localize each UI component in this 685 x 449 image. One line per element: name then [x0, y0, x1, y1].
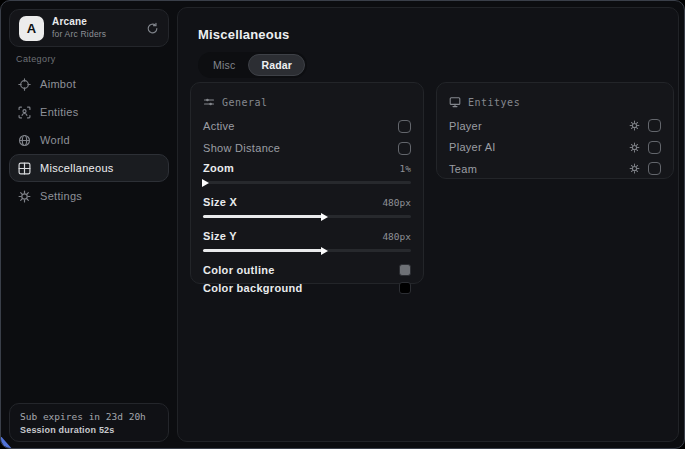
player-ai-checkbox[interactable]	[648, 141, 661, 154]
sidebar-nav: Aimbot Entities World	[9, 70, 169, 210]
app-title: Arcane	[52, 16, 106, 29]
color-outline-swatch[interactable]	[399, 264, 411, 276]
color-background-label: Color background	[203, 282, 303, 294]
sidebar-item-label: Entities	[40, 106, 78, 118]
general-panel: General Active Show Distance Zoom 1% Siz…	[190, 82, 424, 284]
sidebar-item-label: Aimbot	[40, 78, 76, 90]
sub-expires-text: Sub expires in 23d 20h	[20, 411, 158, 422]
tab-misc[interactable]: Misc	[200, 54, 248, 76]
color-background-row: Color background	[203, 279, 411, 297]
zoom-slider-thumb[interactable]	[202, 179, 209, 187]
main-panel: Miscellaneous Misc Radar General Active …	[177, 7, 679, 442]
size-x-slider[interactable]	[203, 215, 411, 218]
sidebar-item-aimbot[interactable]: Aimbot	[9, 70, 169, 98]
entity-row-team: Team	[449, 158, 661, 180]
sliders-icon	[203, 96, 215, 108]
size-y-slider-thumb[interactable]	[321, 247, 328, 255]
refresh-icon[interactable]	[146, 22, 159, 35]
show-distance-label: Show Distance	[203, 142, 280, 154]
sidebar-item-entities[interactable]: Entities	[9, 98, 169, 126]
player-checkbox[interactable]	[648, 119, 661, 132]
sidebar-item-label: Settings	[40, 190, 82, 202]
subscription-card: Sub expires in 23d 20h Session duration …	[9, 403, 169, 442]
grid-icon	[18, 162, 31, 175]
sidebar-item-label: World	[40, 134, 70, 146]
sidebar-item-settings[interactable]: Settings	[9, 182, 169, 210]
player-label: Player	[449, 120, 629, 132]
sidebar-item-world[interactable]: World	[9, 126, 169, 154]
size-y-row: Size Y 480px	[203, 227, 411, 245]
zoom-label: Zoom	[203, 162, 234, 174]
team-settings-gear-icon[interactable]	[629, 163, 640, 174]
size-x-value: 480px	[382, 197, 411, 208]
team-label: Team	[449, 163, 629, 175]
size-y-value: 480px	[382, 231, 411, 242]
app-logo: A	[19, 16, 44, 41]
sidebar-item-miscellaneous[interactable]: Miscellaneous	[9, 154, 169, 182]
size-y-slider[interactable]	[203, 249, 411, 252]
monitor-icon	[449, 96, 461, 108]
size-x-row: Size X 480px	[203, 193, 411, 211]
color-outline-row: Color outline	[203, 261, 411, 279]
active-label: Active	[203, 120, 235, 132]
player-ai-settings-gear-icon[interactable]	[629, 142, 640, 153]
player-settings-gear-icon[interactable]	[629, 120, 640, 131]
globe-icon	[18, 134, 31, 147]
zoom-row: Zoom 1%	[203, 159, 411, 177]
active-checkbox[interactable]	[398, 120, 411, 133]
category-label: Category	[16, 54, 56, 64]
tab-group: Misc Radar	[198, 52, 307, 78]
general-panel-title: General	[222, 97, 268, 108]
team-checkbox[interactable]	[648, 162, 661, 175]
entity-row-player-ai: Player AI	[449, 137, 661, 159]
app-subtitle: for Arc Riders	[52, 29, 106, 40]
size-x-slider-thumb[interactable]	[321, 213, 328, 221]
app-window: A Arcane for Arc Riders Category Aimbot	[0, 0, 685, 449]
show-distance-row: Show Distance	[203, 137, 411, 159]
zoom-slider[interactable]	[203, 181, 411, 184]
color-background-swatch[interactable]	[399, 282, 411, 294]
zoom-value: 1%	[400, 163, 411, 174]
color-outline-label: Color outline	[203, 264, 275, 276]
entity-row-player: Player	[449, 115, 661, 137]
tab-radar[interactable]: Radar	[248, 54, 305, 76]
gear-icon	[18, 190, 31, 203]
player-ai-label: Player AI	[449, 141, 629, 153]
page-title: Miscellaneous	[198, 27, 289, 42]
crosshair-icon	[18, 78, 31, 91]
sidebar-item-label: Miscellaneous	[40, 162, 114, 174]
logo-card: A Arcane for Arc Riders	[9, 9, 169, 47]
size-x-label: Size X	[203, 196, 237, 208]
active-row: Active	[203, 115, 411, 137]
entities-scan-icon	[18, 106, 31, 119]
size-y-label: Size Y	[203, 230, 237, 242]
entities-panel-title: Entityes	[468, 97, 520, 108]
sidebar: A Arcane for Arc Riders Category Aimbot	[1, 1, 177, 448]
entities-panel: Entityes Player Player AI	[436, 82, 674, 179]
session-duration-text: Session duration 52s	[20, 425, 158, 435]
show-distance-checkbox[interactable]	[398, 142, 411, 155]
